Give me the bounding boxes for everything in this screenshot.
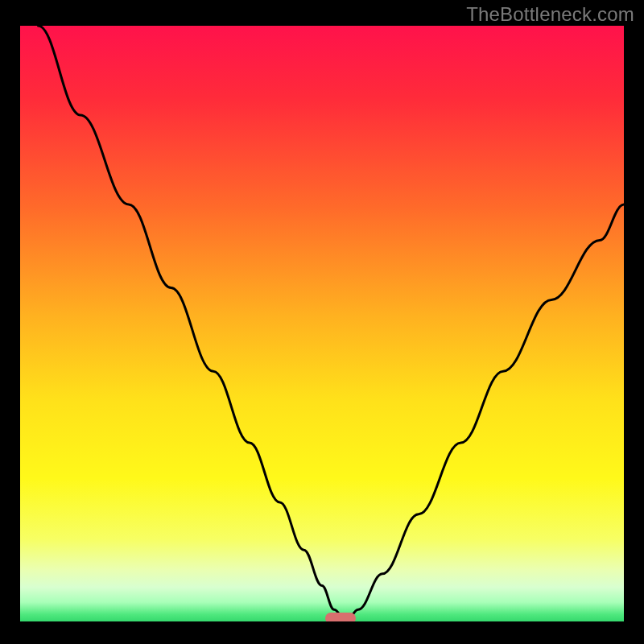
optimal-point-marker xyxy=(325,613,356,621)
bottleneck-curve xyxy=(20,26,624,621)
watermark-text: TheBottleneck.com xyxy=(466,3,634,26)
chart-frame: TheBottleneck.com xyxy=(0,0,644,644)
plot-area xyxy=(20,26,624,621)
